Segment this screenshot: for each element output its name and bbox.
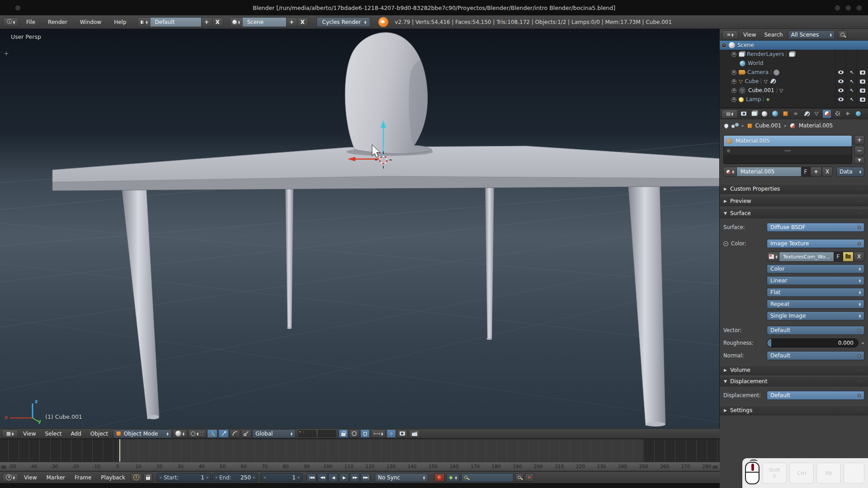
timeline-menu-frame[interactable]: Frame — [71, 474, 95, 481]
end-frame-field[interactable]: ◂ End: 250 ▸ — [212, 473, 258, 482]
scene-add-button[interactable]: + — [286, 18, 297, 27]
delete-keyframe-button[interactable]: ✕ — [525, 473, 534, 482]
editor-type-button[interactable]: ⓘ ▲▼ — [3, 17, 19, 27]
material-name-field[interactable]: Material.005 — [737, 167, 801, 177]
layers-grid-1[interactable] — [298, 430, 316, 437]
panel-preview[interactable]: ▶ Preview ∷∷ — [720, 196, 868, 206]
open-image-button[interactable] — [843, 252, 854, 262]
tab-particles[interactable]: ✢ — [843, 109, 852, 118]
play-button[interactable]: ▶ — [339, 473, 349, 482]
maximize-icon[interactable] — [846, 5, 851, 10]
breadcrumb-object[interactable]: Cube.001 — [755, 122, 782, 129]
outliner-row-cube[interactable]: + ▽ Cube ▽ ↖ — [720, 77, 868, 86]
increment-arrow-icon[interactable]: ▸ — [253, 475, 255, 479]
visibility-toggle-icon[interactable] — [838, 98, 844, 101]
color-input-button[interactable]: Image Texture — [767, 239, 864, 248]
mode-select[interactable]: Object Mode ▲▼ — [113, 429, 172, 438]
breadcrumb-material[interactable]: Material.005 — [799, 122, 833, 129]
scene-canvas[interactable] — [0, 29, 720, 428]
timeline-menu-view[interactable]: View — [20, 474, 41, 481]
manipulator-toggle-button[interactable] — [207, 429, 217, 438]
material-browse-button[interactable]: ▲▼ — [723, 167, 737, 177]
pin-icon[interactable] — [723, 123, 729, 129]
expand-icon[interactable]: + — [731, 79, 736, 84]
expand-icon[interactable]: + — [731, 88, 736, 93]
decrement-arrow-icon[interactable]: ◂ — [160, 475, 161, 479]
image-name-field[interactable]: TexturesCom_Wo... — [779, 252, 834, 262]
jump-to-start-button[interactable]: |◀◀ — [307, 473, 316, 482]
visibility-toggle-icon[interactable] — [838, 89, 844, 92]
selectability-toggle-icon[interactable]: ↖ — [849, 97, 854, 102]
selectability-toggle-icon[interactable]: ↖ — [849, 70, 854, 75]
displacement-input-button[interactable]: Default — [767, 391, 864, 400]
render-engine-select[interactable]: Cycles Render ▲▼ — [316, 17, 371, 27]
timeline-menu-marker[interactable]: Marker — [42, 474, 69, 481]
layout-browse-button[interactable]: ▲▼ — [138, 18, 151, 27]
minimize-icon[interactable] — [835, 5, 840, 10]
tab-render-layers[interactable] — [750, 109, 759, 118]
fake-user-button[interactable]: F — [801, 167, 810, 177]
image-fake-user-button[interactable]: F — [834, 252, 843, 262]
new-material-button[interactable]: + — [810, 167, 822, 177]
tab-world[interactable] — [770, 109, 779, 118]
scrollbar-right-cap[interactable] — [712, 465, 718, 469]
lock-to-scene-button[interactable] — [339, 429, 348, 438]
jump-to-end-button[interactable]: ▶▶| — [361, 473, 371, 482]
expand-icon[interactable]: + — [731, 70, 736, 75]
unlink-material-button[interactable]: X — [822, 167, 833, 177]
outliner-row-cube001[interactable]: + ▽ Cube.001 ▽ ↖ — [720, 86, 868, 95]
start-frame-field[interactable]: ◂ Start: 1 ▸ — [157, 473, 211, 482]
unlink-image-button[interactable]: X — [854, 252, 864, 262]
properties-editor-type-button[interactable]: ▤ ▲▼ — [722, 109, 738, 118]
window-menu-icon[interactable] — [15, 5, 20, 10]
material-slot-row[interactable]: Material.005 — [724, 136, 852, 146]
roughness-slider[interactable]: 0.000 — [767, 338, 859, 347]
normal-input-button[interactable]: Default — [767, 351, 864, 360]
layers-widget[interactable] — [298, 430, 336, 437]
selectability-toggle-icon[interactable]: ↖ — [849, 88, 854, 93]
outliner-row-world[interactable]: World — [720, 59, 868, 68]
keying-set-toggle[interactable]: ◆ ▲▼ — [446, 473, 460, 482]
tab-physics[interactable] — [854, 109, 863, 118]
renderability-toggle-icon[interactable] — [860, 98, 865, 102]
outliner-row-camera[interactable]: + Camera ↖ — [720, 68, 868, 77]
tab-material[interactable] — [822, 109, 831, 118]
viewport-menu-select[interactable]: Select — [41, 431, 66, 437]
translate-manipulator-button[interactable] — [218, 429, 229, 438]
sync-mode-select[interactable]: No Sync ▲▼ — [375, 473, 428, 482]
outliner-row-renderlayers[interactable]: + RenderLayers — [720, 50, 868, 59]
next-keyframe-button[interactable]: ▶▶ — [350, 473, 360, 482]
outliner-menu-search[interactable]: Search — [761, 32, 786, 38]
collapse-icon[interactable]: − — [722, 43, 726, 48]
layout-add-button[interactable]: + — [201, 18, 212, 27]
interpolation-select[interactable]: Linear ▲▼ — [767, 276, 864, 285]
viewport-shading-select[interactable]: ▲▼ — [173, 429, 187, 438]
viewport-menu-add[interactable]: Add — [67, 431, 85, 437]
visibility-toggle-icon[interactable] — [838, 80, 844, 83]
material-link-select[interactable]: Data ▲▼ — [836, 167, 864, 177]
visibility-toggle-icon[interactable] — [838, 70, 844, 74]
tab-object[interactable] — [781, 109, 790, 118]
tab-modifiers[interactable] — [802, 109, 811, 118]
layers-grid-2[interactable] — [318, 430, 336, 437]
layout-close-button[interactable]: X — [212, 18, 223, 27]
insert-keyframe-button[interactable] — [515, 473, 524, 482]
snap-toggle-button[interactable]: Ω — [360, 429, 370, 438]
timeline-ruler[interactable]: -50-40-30-20-100102030405060708090100110… — [0, 462, 720, 471]
active-keying-set-field[interactable] — [461, 473, 514, 482]
lock-frame-range-button[interactable] — [143, 473, 153, 482]
timeline-editor-type-button[interactable]: ▲▼ — [2, 473, 19, 482]
increment-arrow-icon[interactable]: ▸ — [298, 475, 300, 479]
auto-keyframe-button[interactable] — [434, 473, 445, 482]
scene-close-button[interactable]: X — [297, 18, 308, 27]
renderability-toggle-icon[interactable] — [860, 89, 865, 93]
tab-texture[interactable] — [833, 109, 842, 118]
surface-shader-button[interactable]: Diffuse BSDF — [767, 223, 864, 232]
close-icon[interactable] — [857, 5, 862, 10]
projection-select[interactable]: Flat ▲▼ — [767, 288, 864, 297]
outliner-row-scene[interactable]: − Scene — [720, 41, 868, 50]
decrement-arrow-icon[interactable]: ◂ — [215, 475, 217, 479]
rotate-manipulator-button[interactable] — [230, 429, 240, 438]
transform-orientation-select[interactable]: Global ▲▼ — [252, 429, 296, 438]
panel-custom-properties[interactable]: ▶ Custom Properties ∷∷ — [720, 184, 868, 194]
